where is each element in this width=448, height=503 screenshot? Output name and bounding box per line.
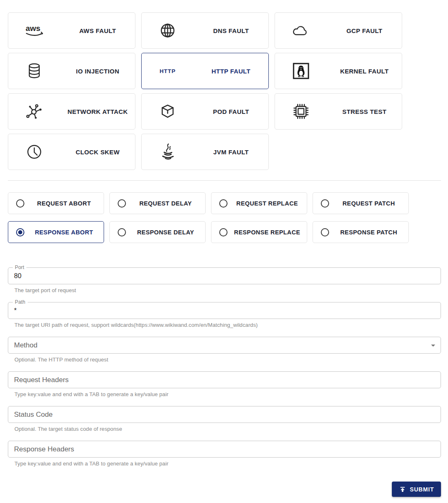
action-label: RESPONSE PATCH	[329, 229, 408, 236]
database-icon	[8, 62, 60, 80]
action-card-request-patch[interactable]: REQUEST PATCH	[313, 192, 409, 214]
action-label: REQUEST DELAY	[126, 200, 205, 207]
radio-unselected-icon[interactable]	[321, 199, 329, 208]
svg-text:aws: aws	[26, 24, 40, 33]
fault-type-label: STRESS TEST	[327, 108, 402, 115]
http-text-icon: HTTP	[142, 68, 194, 74]
fault-type-label: HTTP FAULT	[194, 68, 268, 75]
path-value: *	[14, 307, 17, 314]
fault-type-card-io[interactable]: IO INJECTION	[8, 53, 135, 89]
port-helper-text: The target port of request	[14, 287, 441, 293]
fault-type-label: IO INJECTION	[60, 68, 135, 75]
chevron-down-icon	[431, 345, 435, 347]
action-label: REQUEST ABORT	[24, 200, 104, 207]
fault-type-label: AWS FAULT	[60, 27, 135, 34]
radio-selected-icon[interactable]	[16, 228, 24, 236]
radio-unselected-icon[interactable]	[16, 199, 24, 208]
method-label: Method	[14, 341, 38, 350]
port-value: 80	[14, 272, 21, 280]
action-card-request-abort[interactable]: REQUEST ABORT	[8, 192, 104, 214]
fault-type-card-clock[interactable]: CLOCK SKEW	[8, 134, 135, 170]
method-select[interactable]: Method	[8, 337, 441, 354]
response-headers-input[interactable]: Response Headers	[8, 441, 441, 458]
status-code-label: Status Code	[14, 411, 53, 419]
http-fault-form: Port 80 The target port of request Path …	[8, 267, 441, 467]
action-label: RESPONSE DELAY	[126, 229, 205, 236]
fault-type-label: GCP FAULT	[327, 27, 402, 34]
fault-type-card-stress[interactable]: STRESS TEST	[275, 93, 402, 130]
fault-type-card-dns[interactable]: DNS FAULT	[141, 12, 269, 49]
section-divider	[8, 180, 441, 181]
fault-type-grid: awsAWS FAULTDNS FAULTGCP FAULTIO INJECTI…	[8, 12, 441, 170]
path-input[interactable]: Path *	[8, 302, 441, 319]
action-card-response-abort[interactable]: RESPONSE ABORT	[8, 221, 104, 243]
response-headers-helper-text: Type key:value and end with a TAB to gen…	[14, 460, 441, 467]
radio-unselected-icon[interactable]	[118, 228, 126, 236]
request-headers-input[interactable]: Request Headers	[8, 371, 441, 388]
radio-unselected-icon[interactable]	[118, 199, 126, 208]
action-label: REQUEST PATCH	[329, 200, 408, 207]
action-card-response-patch[interactable]: RESPONSE PATCH	[313, 221, 409, 243]
port-label: Port	[13, 264, 26, 270]
request-headers-field-group: Request Headers Type key:value and end w…	[8, 371, 441, 397]
fault-type-card-aws[interactable]: awsAWS FAULT	[8, 12, 135, 49]
port-field-group: Port 80 The target port of request	[8, 267, 441, 293]
java-cup-icon	[142, 143, 194, 161]
http-fault-config-page: awsAWS FAULTDNS FAULTGCP FAULTIO INJECTI…	[0, 12, 448, 497]
fault-type-label: KERNEL FAULT	[327, 68, 402, 75]
radio-unselected-icon[interactable]	[321, 228, 329, 236]
action-label: RESPONSE ABORT	[24, 229, 104, 236]
action-card-response-replace[interactable]: RESPONSE REPLACE	[211, 221, 307, 243]
path-helper-text: The target URI path of request, support …	[14, 322, 441, 328]
path-field-group: Path * The target URI path of request, s…	[8, 302, 441, 328]
action-card-request-delay[interactable]: REQUEST DELAY	[109, 192, 206, 214]
fault-type-label: JVM FAULT	[194, 149, 268, 156]
submit-button[interactable]: SUBMIT	[392, 482, 441, 497]
fault-type-card-jvm[interactable]: JVM FAULT	[141, 134, 269, 170]
fault-type-label: POD FAULT	[194, 108, 268, 115]
action-card-request-replace[interactable]: REQUEST REPLACE	[211, 192, 307, 214]
action-label: RESPONSE REPLACE	[228, 229, 307, 236]
cpu-chip-icon	[275, 102, 327, 120]
fault-type-card-gcp[interactable]: GCP FAULT	[275, 12, 402, 49]
response-headers-label: Response Headers	[14, 445, 74, 453]
fault-type-card-pod[interactable]: POD FAULT	[141, 93, 269, 130]
aws-icon: aws	[8, 23, 60, 38]
port-input[interactable]: Port 80	[8, 267, 441, 284]
status-code-input[interactable]: Status Code	[8, 406, 441, 423]
globe-icon	[142, 22, 194, 39]
request-headers-label: Request Headers	[14, 376, 69, 384]
fault-type-label: CLOCK SKEW	[60, 149, 135, 156]
fault-type-card-network[interactable]: NETWORK ATTACK	[8, 93, 135, 130]
radio-unselected-icon[interactable]	[219, 228, 228, 236]
clock-icon	[8, 143, 60, 161]
method-helper-text: Optional. The HTTP method of request	[14, 357, 441, 363]
submit-button-label: SUBMIT	[410, 486, 434, 493]
status-code-helper-text: Optional. The target status code of resp…	[14, 426, 441, 432]
request-headers-helper-text: Type key:value and end with a TAB to gen…	[14, 391, 441, 397]
status-code-field-group: Status Code Optional. The target status …	[8, 406, 441, 432]
method-field-group: Method Optional. The HTTP method of requ…	[8, 337, 441, 363]
action-label: REQUEST REPLACE	[228, 200, 307, 207]
linux-penguin-icon	[275, 62, 327, 80]
http-action-grid: REQUEST ABORTREQUEST DELAYREQUEST REPLAC…	[8, 192, 441, 243]
fault-type-card-http[interactable]: HTTPHTTP FAULT	[141, 53, 269, 89]
fault-type-label: NETWORK ATTACK	[60, 108, 135, 115]
fault-type-card-kernel[interactable]: KERNEL FAULT	[275, 53, 402, 89]
cloud-icon	[275, 23, 327, 38]
network-nodes-icon	[8, 103, 60, 120]
submit-row: SUBMIT	[8, 482, 441, 497]
action-card-response-delay[interactable]: RESPONSE DELAY	[109, 221, 206, 243]
fault-type-label: DNS FAULT	[194, 27, 268, 34]
cube-icon	[142, 103, 194, 120]
path-label: Path	[13, 299, 28, 305]
radio-unselected-icon[interactable]	[219, 199, 228, 208]
publish-icon	[399, 486, 406, 493]
response-headers-field-group: Response Headers Type key:value and end …	[8, 441, 441, 467]
